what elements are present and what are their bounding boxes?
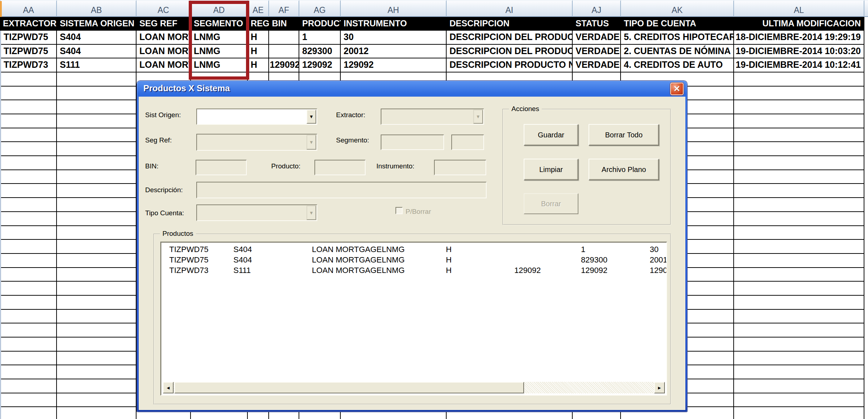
sheet-cell[interactable] [0, 282, 57, 296]
sheet-cell[interactable] [734, 254, 864, 268]
sheet-cell[interactable] [0, 379, 57, 393]
sheet-cell[interactable] [734, 226, 864, 240]
productos-list-item[interactable]: TIZPWD75S404LOAN MORTGAGELNMGH130 [161, 245, 666, 255]
sheet-cell[interactable] [57, 198, 137, 212]
sheet-cell[interactable] [57, 100, 137, 114]
sheet-cell[interactable] [57, 338, 137, 352]
sheet-cell[interactable] [57, 365, 137, 379]
sheet-cell[interactable] [734, 352, 864, 366]
sheet-cell[interactable] [734, 87, 864, 101]
guardar-button[interactable]: Guardar [524, 124, 578, 146]
sheet-cell[interactable] [57, 170, 137, 184]
sheet-cell[interactable] [0, 100, 57, 114]
sheet-cell[interactable] [734, 282, 864, 296]
sheet-cell[interactable] [0, 365, 57, 379]
sheet-cell[interactable]: 5. CREDITOS HIPOTECARIO [621, 31, 734, 45]
column-header-AG[interactable]: AG [299, 0, 341, 17]
sheet-field-header[interactable]: INSTRUMENTO [341, 17, 447, 31]
sheet-cell[interactable] [0, 407, 57, 419]
sheet-field-header[interactable]: SEG REF [137, 17, 191, 31]
sheet-cell[interactable]: TIZPWD75 [0, 45, 57, 59]
sheet-cell[interactable] [0, 268, 57, 282]
sheet-cell[interactable] [734, 184, 864, 198]
sheet-cell[interactable] [734, 365, 864, 379]
column-header-AF[interactable]: AF [269, 0, 299, 17]
productos-list-item[interactable]: TIZPWD75S404LOAN MORTGAGELNMGH8293002001… [161, 255, 666, 266]
sheet-cell[interactable]: 19-DICIEMBRE-2014 10:03:20 [734, 45, 864, 59]
sheet-cell[interactable]: 20012 [341, 45, 447, 59]
sheet-cell[interactable]: 129092 [269, 58, 299, 72]
sheet-cell[interactable] [734, 114, 864, 128]
sheet-cell[interactable]: VERDADERO [573, 45, 621, 59]
column-header-AE[interactable]: AE [248, 0, 269, 17]
sheet-field-header[interactable]: BIN [269, 17, 299, 31]
sheet-cell[interactable] [57, 310, 137, 324]
sheet-cell[interactable] [734, 323, 864, 338]
sheet-field-header[interactable]: SISTEMA ORIGEN [57, 17, 137, 31]
sist-origen-combobox[interactable]: ▼ [196, 109, 317, 125]
sheet-cell[interactable] [269, 31, 299, 45]
sheet-cell[interactable]: 19-DICIEMBRE-2014 10:12:41 [734, 58, 864, 72]
dialog-titlebar[interactable]: Productos X Sistema ✕ [137, 81, 687, 97]
sheet-cell[interactable] [57, 114, 137, 128]
sheet-cell[interactable] [0, 114, 57, 128]
sheet-cell[interactable] [0, 142, 57, 156]
sheet-cell[interactable] [57, 142, 137, 156]
sheet-cell[interactable] [734, 310, 864, 324]
column-header-AC[interactable]: AC [137, 0, 191, 17]
sheet-cell[interactable]: 30 [341, 31, 447, 45]
horizontal-scrollbar[interactable]: ◄ ► [163, 382, 665, 393]
sheet-cell[interactable] [734, 338, 864, 352]
sheet-cell[interactable]: LOAN MORTGAGE [137, 45, 191, 59]
sheet-cell[interactable] [0, 156, 57, 170]
sheet-cell[interactable] [734, 100, 864, 114]
sheet-cell[interactable]: TIZPWD73 [0, 58, 57, 72]
sheet-cell[interactable]: H [248, 31, 269, 45]
sheet-cell[interactable] [734, 198, 864, 212]
sheet-cell[interactable] [0, 170, 57, 184]
sheet-cell[interactable] [734, 393, 864, 407]
sheet-cell[interactable] [734, 212, 864, 226]
scroll-left-button[interactable]: ◄ [163, 382, 174, 393]
sheet-cell[interactable] [0, 323, 57, 338]
sheet-field-header[interactable]: PRODUCTO [299, 17, 341, 31]
sheet-cell[interactable] [0, 198, 57, 212]
archivo-plano-button[interactable]: Archivo Plano [589, 159, 659, 180]
sheet-cell[interactable] [0, 87, 57, 101]
sheet-cell[interactable] [57, 128, 137, 142]
sheet-cell[interactable]: VERDADERO [573, 58, 621, 72]
sheet-cell[interactable]: VERDADERO [573, 31, 621, 45]
sheet-field-header[interactable]: TIPO DE CUENTA [621, 17, 734, 31]
productos-list-item[interactable]: TIZPWD73S111LOAN MORTGAGELNMGH1290921290… [161, 266, 666, 276]
sheet-cell[interactable]: DESCRIPCION DEL PRODUCT [447, 45, 573, 59]
sheet-cell[interactable] [57, 240, 137, 254]
sheet-cell[interactable] [57, 268, 137, 282]
sheet-cell[interactable]: S404 [57, 31, 137, 45]
borrar-todo-button[interactable]: Borrar Todo [589, 124, 659, 146]
sheet-cell[interactable]: DESCRIPCION PRODUCTO NI [447, 58, 573, 72]
column-header-AK[interactable]: AK [621, 0, 734, 17]
sheet-field-header[interactable]: EXTRACTOR [0, 17, 57, 31]
sheet-field-header[interactable]: ULTIMA MODIFICACION [734, 17, 864, 31]
sheet-cell[interactable] [734, 240, 864, 254]
sheet-cell[interactable] [57, 156, 137, 170]
column-header-AB[interactable]: AB [57, 0, 137, 17]
sheet-cell[interactable]: 4. CREDITOS DE AUTO [621, 58, 734, 72]
sheet-cell[interactable] [734, 379, 864, 393]
sheet-cell[interactable] [57, 87, 137, 101]
sheet-cell[interactable]: 129092 [341, 58, 447, 72]
sheet-cell[interactable] [734, 128, 864, 142]
sheet-cell[interactable] [57, 254, 137, 268]
column-header-AH[interactable]: AH [341, 0, 447, 17]
sheet-cell[interactable] [0, 128, 57, 142]
sheet-cell[interactable] [269, 45, 299, 59]
sheet-cell[interactable] [0, 226, 57, 240]
column-header-AI[interactable]: AI [447, 0, 573, 17]
sheet-field-header[interactable]: STATUS [573, 17, 621, 31]
column-header-AJ[interactable]: AJ [573, 0, 621, 17]
sheet-cell[interactable] [57, 407, 137, 419]
sheet-field-header[interactable]: REG ID [248, 17, 269, 31]
sheet-cell[interactable]: 1 [299, 31, 341, 45]
sheet-cell[interactable] [0, 254, 57, 268]
sheet-cell[interactable]: TIZPWD75 [0, 31, 57, 45]
